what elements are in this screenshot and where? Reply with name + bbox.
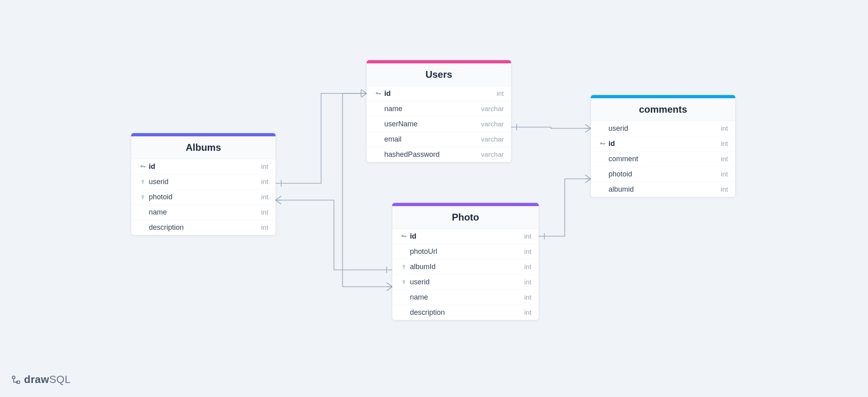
column-name: description [147,223,261,232]
column-name: albumid [607,185,721,194]
column-name: photoid [607,170,721,178]
table-comments[interactable]: commentsuseridintidintcommentintphotoidi… [591,95,735,197]
svg-point-1 [142,195,144,197]
column-type: varchar [481,105,504,113]
foreign-key-icon [400,264,408,270]
table-column-row[interactable]: namevarchar [367,101,511,117]
table-color-bar [131,133,276,136]
column-name: id [147,162,261,171]
table-color-bar [392,203,539,206]
column-name: userName [383,120,481,128]
column-name: userid [147,178,261,186]
column-name: id [408,232,524,241]
column-type: int [261,193,268,201]
column-type: varchar [481,151,504,159]
foreign-key-icon [400,280,408,285]
foreign-key-icon [138,194,147,200]
crows-foot-icon [361,89,367,97]
table-column-row[interactable]: hashedPasswordvarchar [367,147,511,162]
crows-foot-icon [387,283,392,291]
column-name: id [607,140,721,148]
table-column-row[interactable]: albumIdint [392,259,539,275]
table-column-row[interactable]: photoUrlint [392,244,539,259]
table-column-row[interactable]: idint [367,86,511,101]
table-column-row[interactable]: albumidint [591,182,735,197]
table-column-row[interactable]: descriptionint [392,305,539,320]
table-column-row[interactable]: emailvarchar [367,132,511,147]
primary-key-icon [400,233,408,240]
column-name: id [383,89,497,98]
logo-text-draw: draw [24,373,49,385]
column-type: int [524,278,531,286]
table-title[interactable]: Users [367,63,511,86]
column-type: int [721,170,728,178]
connections-layer [0,0,868,397]
column-type: int [721,155,728,163]
column-name: photoid [147,193,261,201]
column-name: hashedPassword [383,150,481,159]
table-albums[interactable]: Albumsidintuseridintphotoidintnameintdes… [131,133,276,235]
logo-text-sql: SQL [49,373,71,385]
column-type: int [261,178,268,186]
diagram-canvas[interactable]: Albumsidintuseridintphotoidintnameintdes… [0,0,868,397]
column-type: int [524,263,531,271]
column-type: varchar [481,120,504,128]
column-type: int [721,140,728,148]
foreign-key-icon [138,179,147,185]
svg-point-0 [142,180,144,182]
table-column-row[interactable]: useridint [131,174,276,190]
column-type: int [524,294,531,302]
primary-key-icon [598,141,607,147]
connection-line [276,200,392,270]
table-photo[interactable]: PhotoidintphotoUrlintalbumIdintuseridint… [392,203,539,320]
primary-key-icon [138,164,147,170]
column-type: varchar [481,136,504,144]
table-title[interactable]: Albums [131,136,276,159]
table-color-bar [591,95,735,98]
column-name: description [408,308,524,317]
crows-foot-icon [585,175,591,183]
primary-key-icon [374,91,383,97]
column-name: name [147,208,261,217]
table-column-row[interactable]: idint [591,136,735,152]
table-column-row[interactable]: idint [131,159,276,174]
svg-point-3 [403,280,405,282]
connection-line [511,127,591,128]
column-name: email [383,135,481,144]
table-color-bar [367,60,511,63]
table-column-row[interactable]: nameint [392,290,539,305]
column-type: int [721,125,728,133]
column-name: name [383,105,481,113]
column-name: albumId [408,263,524,271]
column-type: int [524,248,531,256]
logo-icon [11,375,21,385]
table-column-row[interactable]: useridint [591,121,735,136]
table-column-row[interactable]: photoidint [131,190,276,205]
column-type: int [524,309,531,317]
svg-point-2 [403,265,405,267]
column-type: int [721,186,728,194]
column-name: comment [607,155,721,163]
connection-line [276,93,367,183]
table-column-row[interactable]: userNamevarchar [367,117,511,132]
column-type: int [497,90,504,98]
connection-line [539,179,591,236]
column-name: userid [607,124,721,133]
crows-foot-icon [585,124,591,132]
column-name: photoUrl [408,247,524,256]
column-name: name [408,293,524,302]
table-column-row[interactable]: useridint [392,275,539,290]
column-name: userid [408,278,524,286]
column-type: int [261,224,268,232]
column-type: int [524,233,531,241]
table-column-row[interactable]: descriptionint [131,220,276,235]
table-column-row[interactable]: nameint [131,205,276,220]
table-title[interactable]: Photo [392,206,539,229]
table-column-row[interactable]: idint [392,229,539,244]
drawsql-logo: drawSQL [11,373,71,386]
table-users[interactable]: UsersidintnamevarcharuserNamevarcharemai… [367,60,511,162]
table-title[interactable]: comments [591,98,735,121]
table-column-row[interactable]: photoidint [591,167,735,182]
table-column-row[interactable]: commentint [591,152,735,167]
column-type: int [261,209,268,217]
